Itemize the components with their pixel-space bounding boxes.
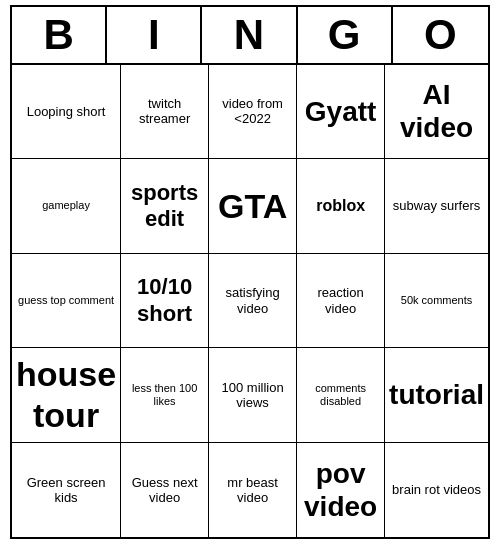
cell-text-18: comments disabled (301, 382, 380, 408)
bingo-cell-4: AI video (385, 65, 488, 160)
header-letter-G: G (298, 7, 393, 63)
bingo-cell-17: 100 million views (209, 348, 297, 443)
header-letter-N: N (202, 7, 297, 63)
bingo-cell-3: Gyatt (297, 65, 385, 160)
cell-text-23: pov video (301, 457, 380, 524)
cell-text-17: 100 million views (213, 380, 292, 411)
bingo-grid: Looping shorttwitch streamervideo from <… (12, 65, 488, 538)
bingo-cell-14: 50k comments (385, 254, 488, 349)
cell-text-14: 50k comments (401, 294, 473, 307)
cell-text-0: Looping short (27, 104, 106, 120)
bingo-cell-1: twitch streamer (121, 65, 209, 160)
cell-text-4: AI video (389, 78, 484, 145)
bingo-cell-2: video from <2022 (209, 65, 297, 160)
header-letter-O: O (393, 7, 488, 63)
cell-text-20: Green screen kids (16, 475, 116, 506)
cell-text-8: roblox (316, 196, 365, 215)
cell-text-13: reaction video (301, 285, 380, 316)
cell-text-21: Guess next video (125, 475, 204, 506)
cell-text-12: satisfying video (213, 285, 292, 316)
cell-text-24: brain rot videos (392, 482, 481, 498)
bingo-cell-23: pov video (297, 443, 385, 538)
bingo-cell-21: Guess next video (121, 443, 209, 538)
bingo-cell-9: subway surfers (385, 159, 488, 254)
bingo-cell-7: GTA (209, 159, 297, 254)
header-letter-I: I (107, 7, 202, 63)
bingo-cell-8: roblox (297, 159, 385, 254)
cell-text-19: tutorial (389, 378, 484, 412)
bingo-cell-20: Green screen kids (12, 443, 121, 538)
bingo-cell-19: tutorial (385, 348, 488, 443)
bingo-cell-18: comments disabled (297, 348, 385, 443)
cell-text-1: twitch streamer (125, 96, 204, 127)
bingo-cell-22: mr beast video (209, 443, 297, 538)
cell-text-7: GTA (218, 186, 287, 227)
cell-text-10: guess top comment (18, 294, 114, 307)
bingo-cell-12: satisfying video (209, 254, 297, 349)
cell-text-3: Gyatt (305, 95, 377, 129)
bingo-cell-15: house tour (12, 348, 121, 443)
cell-text-11: 10/10 short (125, 274, 204, 327)
cell-text-5: gameplay (42, 199, 90, 212)
cell-text-22: mr beast video (213, 475, 292, 506)
bingo-cell-16: less then 100 likes (121, 348, 209, 443)
cell-text-2: video from <2022 (213, 96, 292, 127)
cell-text-16: less then 100 likes (125, 382, 204, 408)
cell-text-9: subway surfers (393, 198, 480, 214)
header-letter-B: B (12, 7, 107, 63)
bingo-cell-6: sports edit (121, 159, 209, 254)
bingo-cell-11: 10/10 short (121, 254, 209, 349)
bingo-cell-24: brain rot videos (385, 443, 488, 538)
cell-text-15: house tour (16, 354, 116, 436)
bingo-cell-10: guess top comment (12, 254, 121, 349)
bingo-cell-13: reaction video (297, 254, 385, 349)
cell-text-6: sports edit (125, 180, 204, 233)
bingo-cell-5: gameplay (12, 159, 121, 254)
bingo-card: BINGO Looping shorttwitch streamervideo … (10, 5, 490, 540)
bingo-cell-0: Looping short (12, 65, 121, 160)
bingo-header: BINGO (12, 7, 488, 65)
